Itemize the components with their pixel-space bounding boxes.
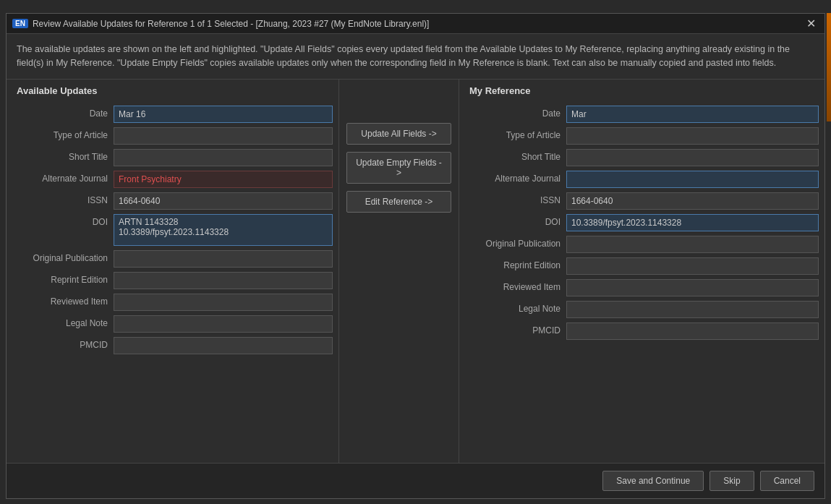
left-issn-input[interactable] (114, 192, 333, 210)
left-pmcid-input[interactable] (114, 337, 333, 354)
right-orig-pub-input[interactable] (566, 236, 819, 253)
left-pmcid-row: PMCID (7, 335, 338, 356)
right-orig-pub-row: Original Publication (459, 234, 824, 255)
right-reviewed-row: Reviewed Item (459, 277, 824, 299)
update-empty-fields-button[interactable]: Update Empty Fields -> (346, 152, 451, 184)
left-orig-pub-row: Original Publication (7, 248, 338, 270)
left-doi-label: DOI (12, 214, 114, 227)
right-doi-label: DOI (465, 214, 566, 227)
left-alt-journal-label: Alternate Journal (12, 171, 114, 184)
right-date-label: Date (465, 106, 566, 119)
left-fields-container[interactable]: Date Type of Article Short Title Alterna… (7, 101, 338, 464)
cancel-button[interactable]: Cancel (760, 471, 814, 491)
left-legal-input[interactable] (114, 315, 333, 333)
left-reprint-row: Reprint Edition (7, 270, 338, 291)
dialog-title: Review Available Updates for Reference 1… (33, 19, 430, 29)
left-reprint-label: Reprint Edition (12, 272, 114, 285)
left-reprint-input[interactable] (114, 272, 333, 289)
right-pmcid-label: PMCID (465, 323, 566, 336)
right-orig-pub-label: Original Publication (465, 236, 566, 249)
left-reviewed-label: Reviewed Item (12, 294, 114, 307)
right-short-title-label: Short Title (465, 149, 566, 162)
right-alt-journal-input[interactable] (566, 171, 819, 188)
right-date-row: Date (459, 103, 824, 125)
right-type-input[interactable] (566, 127, 819, 145)
left-issn-row: ISSN (7, 190, 338, 212)
left-alt-journal-input[interactable] (114, 171, 333, 188)
right-panel-header: My Reference (459, 80, 824, 101)
save-and-continue-button[interactable]: Save and Continue (602, 471, 704, 491)
right-legal-input[interactable] (566, 301, 819, 318)
right-legal-row: Legal Note (459, 299, 824, 320)
right-date-input[interactable] (566, 106, 819, 123)
left-legal-label: Legal Note (12, 315, 114, 328)
left-date-input[interactable] (114, 106, 333, 123)
right-pmcid-row: PMCID (459, 320, 824, 342)
right-issn-row: ISSN (459, 190, 824, 212)
right-alt-journal-label: Alternate Journal (465, 171, 566, 184)
left-legal-row: Legal Note (7, 313, 338, 335)
left-pmcid-label: PMCID (12, 337, 114, 350)
right-reviewed-label: Reviewed Item (465, 279, 566, 292)
right-alt-journal-row: Alternate Journal (459, 168, 824, 190)
left-issn-label: ISSN (12, 192, 114, 205)
close-button[interactable]: ✕ (804, 18, 819, 30)
left-short-title-row: Short Title (7, 147, 338, 168)
right-fields-container[interactable]: Date Type of Article Short Title Alterna… (459, 101, 824, 464)
left-short-title-input[interactable] (114, 149, 333, 166)
left-panel: Available Updates Date Type of Article S… (7, 80, 339, 464)
left-date-label: Date (12, 106, 114, 119)
content-area: Available Updates Date Type of Article S… (7, 80, 824, 464)
en-logo: EN (12, 19, 28, 28)
left-reviewed-row: Reviewed Item (7, 291, 338, 313)
right-reviewed-input[interactable] (566, 279, 819, 296)
right-issn-input[interactable] (566, 192, 819, 210)
left-doi-row: DOI ARTN 1143328 10.3389/fpsyt.2023.1143… (7, 212, 338, 248)
right-type-label: Type of Article (465, 127, 566, 140)
right-reprint-input[interactable] (566, 257, 819, 275)
edit-reference-button[interactable]: Edit Reference -> (346, 191, 451, 213)
left-doi-input[interactable]: ARTN 1143328 10.3389/fpsyt.2023.1143328 (114, 214, 333, 246)
update-all-fields-button[interactable]: Update All Fields -> (346, 123, 451, 145)
right-legal-label: Legal Note (465, 301, 566, 314)
right-reprint-label: Reprint Edition (465, 257, 566, 270)
left-alt-journal-row: Alternate Journal (7, 168, 338, 190)
modal-dialog: EN Review Available Updates for Referenc… (6, 13, 825, 499)
left-orig-pub-input[interactable] (114, 250, 333, 268)
left-orig-pub-label: Original Publication (12, 250, 114, 263)
right-panel: My Reference Date Type of Article Short … (459, 80, 824, 464)
right-type-row: Type of Article (459, 125, 824, 147)
right-short-title-input[interactable] (566, 149, 819, 166)
right-accent-bar (827, 13, 831, 121)
middle-panel: Update All Fields -> Update Empty Fields… (339, 80, 459, 464)
footer: Save and Continue Skip Cancel (7, 463, 824, 498)
left-panel-header: Available Updates (7, 80, 338, 101)
right-doi-input[interactable] (566, 214, 819, 231)
left-reviewed-input[interactable] (114, 294, 333, 311)
description-text: The available updates are shown on the l… (7, 34, 824, 80)
title-bar: EN Review Available Updates for Referenc… (7, 14, 824, 34)
right-doi-row: DOI (459, 212, 824, 234)
right-pmcid-input[interactable] (566, 323, 819, 340)
right-issn-label: ISSN (465, 192, 566, 205)
skip-button[interactable]: Skip (709, 471, 754, 491)
left-type-label: Type of Article (12, 127, 114, 140)
left-type-input[interactable] (114, 127, 333, 145)
right-reprint-row: Reprint Edition (459, 255, 824, 277)
title-bar-left: EN Review Available Updates for Referenc… (12, 19, 429, 29)
left-type-row: Type of Article (7, 125, 338, 147)
left-date-row: Date (7, 103, 338, 125)
right-short-title-row: Short Title (459, 147, 824, 168)
left-short-title-label: Short Title (12, 149, 114, 162)
